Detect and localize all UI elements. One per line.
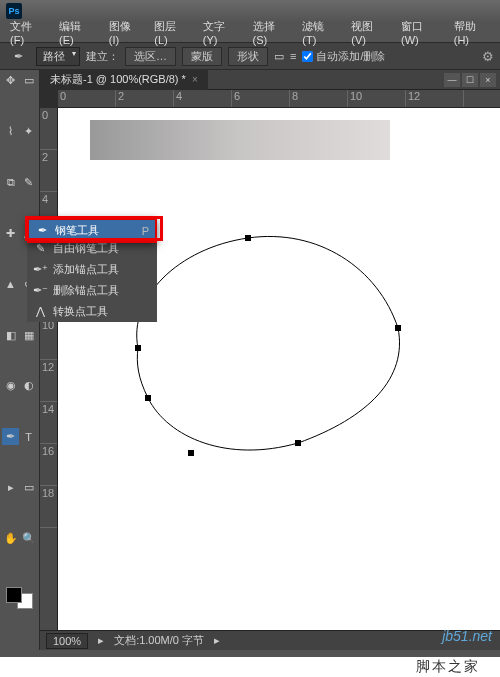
menu-item-label: 转换点工具 — [53, 304, 108, 319]
marquee-tool[interactable]: ▭ — [20, 72, 37, 89]
lasso-tool[interactable]: ⌇ — [2, 123, 19, 140]
dodge-tool[interactable]: ◐ — [20, 377, 37, 394]
menu-image[interactable]: 图像(I) — [103, 17, 147, 48]
menu-item-label: 删除锚点工具 — [53, 283, 119, 298]
watermark: jb51.net — [442, 628, 492, 644]
menu-window[interactable]: 窗口(W) — [395, 17, 446, 48]
stamp-tool[interactable]: ▲ — [2, 276, 19, 293]
pen-tool[interactable]: ✒ — [2, 428, 19, 445]
canvas-area: 024681012 024681012141618 — [40, 90, 500, 630]
menu-item-label: 钢笔工具 — [55, 223, 99, 238]
chevron-right-icon[interactable]: ▸ — [98, 634, 104, 647]
pen-flyout-rest: ✎ 自由钢笔工具 ✒⁺ 添加锚点工具 ✒⁻ 删除锚点工具 ⋀ 转换点工具 — [27, 238, 157, 322]
heal-tool[interactable]: ✚ — [2, 225, 19, 242]
document-tabs: 未标题-1 @ 100%(RGB/8) * × — ☐ × — [40, 70, 500, 90]
anchor-point[interactable] — [245, 235, 251, 241]
canvas[interactable] — [58, 108, 500, 630]
close-button[interactable]: × — [480, 73, 496, 87]
move-tool[interactable]: ✥ — [2, 72, 19, 89]
menu-item-label: 添加锚点工具 — [53, 262, 119, 277]
chevron-right-icon[interactable]: ▸ — [214, 634, 220, 647]
path-ops-icon[interactable]: ▭ — [274, 50, 284, 63]
build-selection-button[interactable]: 选区… — [125, 47, 176, 66]
align-icon[interactable]: ≡ — [290, 50, 296, 62]
pen-icon: ✒ — [35, 224, 49, 237]
path-select-tool[interactable]: ▸ — [2, 479, 19, 496]
close-icon[interactable]: × — [192, 74, 198, 85]
crop-tool[interactable]: ⧉ — [2, 174, 19, 191]
auto-add-delete-checkbox[interactable]: 自动添加/删除 — [302, 49, 385, 64]
pen-flyout-menu: ✒ 钢笔工具 P — [27, 218, 157, 243]
menu-help[interactable]: 帮助(H) — [448, 17, 496, 48]
auto-checkbox-input[interactable] — [302, 51, 313, 62]
freeform-pen-icon: ✎ — [33, 242, 47, 255]
minimize-button[interactable]: — — [444, 73, 460, 87]
build-shape-button[interactable]: 形状 — [228, 47, 268, 66]
ruler-horizontal: 024681012 — [58, 90, 500, 108]
type-tool[interactable]: T — [20, 428, 37, 445]
menu-add-anchor[interactable]: ✒⁺ 添加锚点工具 — [27, 259, 157, 280]
gear-icon[interactable]: ⚙ — [482, 49, 494, 64]
anchor-point[interactable] — [135, 345, 141, 351]
menu-filter[interactable]: 滤镜(T) — [296, 17, 343, 48]
menu-type[interactable]: 文字(Y) — [197, 17, 245, 48]
pen-icon[interactable]: ✒ — [6, 46, 30, 66]
anchor-point[interactable] — [145, 395, 151, 401]
convert-point-icon: ⋀ — [33, 305, 47, 318]
menu-view[interactable]: 视图(V) — [345, 17, 393, 48]
menu-pen-tool[interactable]: ✒ 钢笔工具 P — [29, 220, 155, 241]
gradient-tool[interactable]: ▦ — [20, 327, 37, 344]
doc-tab-1[interactable]: 未标题-1 @ 100%(RGB/8) * × — [40, 69, 208, 90]
color-swatches[interactable] — [6, 587, 33, 609]
build-mask-button[interactable]: 蒙版 — [182, 47, 222, 66]
hand-tool[interactable]: ✋ — [2, 530, 19, 547]
anchor-point[interactable] — [188, 450, 194, 456]
add-anchor-icon: ✒⁺ — [33, 263, 47, 276]
anchor-point[interactable] — [395, 325, 401, 331]
build-label: 建立： — [86, 49, 119, 64]
page-footer: 脚本之家 — [0, 657, 500, 677]
fg-color[interactable] — [6, 587, 22, 603]
menu-select[interactable]: 选择(S) — [247, 17, 295, 48]
mode-dropdown[interactable]: 路径 — [36, 47, 80, 66]
menu-edit[interactable]: 编辑(E) — [53, 17, 101, 48]
anchor-point[interactable] — [295, 440, 301, 446]
wand-tool[interactable]: ✦ — [20, 123, 37, 140]
menu-file[interactable]: 文件(F) — [4, 17, 51, 48]
zoom-field[interactable]: 100% — [46, 633, 88, 649]
menu-convert-point[interactable]: ⋀ 转换点工具 — [27, 301, 157, 322]
doc-tab-label: 未标题-1 @ 100%(RGB/8) * — [50, 72, 186, 87]
doc-info: 文档:1.00M/0 字节 — [114, 633, 204, 648]
status-bar: 100% ▸ 文档:1.00M/0 字节 ▸ — [40, 630, 500, 650]
delete-anchor-icon: ✒⁻ — [33, 284, 47, 297]
ruler-vertical: 024681012141618 — [40, 108, 58, 630]
menu-item-label: 自由钢笔工具 — [53, 241, 119, 256]
zoom-tool[interactable]: 🔍 — [20, 530, 37, 547]
tools-panel: ✥ ▭ ⌇ ✦ ⧉ ✎ ✚ 🖌 ▲ ↺ ◧ ▦ ◉ ◐ ✒ T ▸ ▭ ✋ 🔍 — [0, 70, 40, 650]
shortcut-label: P — [142, 225, 149, 237]
eyedropper-tool[interactable]: ✎ — [20, 174, 37, 191]
gradient-rect — [90, 120, 390, 160]
menu-layer[interactable]: 图层(L) — [148, 17, 195, 48]
maximize-button[interactable]: ☐ — [462, 73, 478, 87]
eraser-tool[interactable]: ◧ — [2, 327, 19, 344]
auto-checkbox-label: 自动添加/删除 — [316, 49, 385, 64]
menu-delete-anchor[interactable]: ✒⁻ 删除锚点工具 — [27, 280, 157, 301]
shape-tool[interactable]: ▭ — [20, 479, 37, 496]
menubar: 文件(F) 编辑(E) 图像(I) 图层(L) 文字(Y) 选择(S) 滤镜(T… — [0, 22, 500, 42]
blur-tool[interactable]: ◉ — [2, 377, 19, 394]
